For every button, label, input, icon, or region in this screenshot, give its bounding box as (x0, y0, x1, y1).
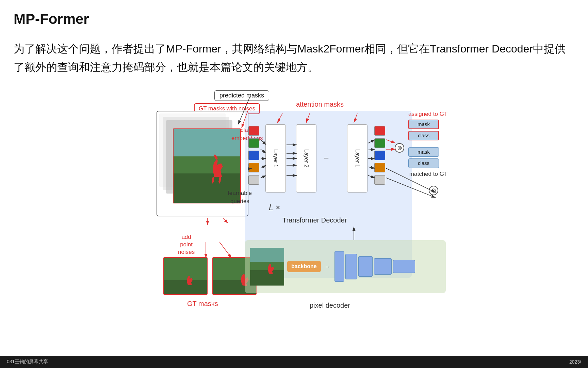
output-column (374, 126, 385, 185)
cross-circle-matched: ⊗ (429, 186, 438, 195)
query-block-red (248, 126, 259, 136)
output-block-gray (374, 175, 385, 185)
backbone-label: backbone (287, 261, 321, 272)
add-noises-label: add point noises (178, 233, 195, 256)
feature-map-4 (374, 258, 392, 275)
page-title: MP-Former (14, 11, 574, 27)
pixel-decoder-area: backbone → (245, 240, 446, 293)
feature-maps (334, 251, 415, 282)
description-text: 为了解决这个问题，作者提出了MP-Former，其网络结构与Mask2Forme… (14, 40, 574, 77)
queries-column (248, 126, 259, 185)
pixel-decoder-label: pixel decoder (310, 302, 350, 309)
matched-mask-box: mask (408, 147, 439, 157)
attention-masks-label: attention masks (296, 101, 344, 108)
learnable-queries-label: learnable queries (228, 189, 252, 205)
matched-class-box: class (408, 158, 439, 168)
bottom-right-text: 2023/ (569, 359, 581, 365)
output-block-red (374, 126, 385, 136)
svg-rect-2 (174, 129, 241, 156)
transformer-decoder-label: Transformer Decoder (282, 216, 347, 224)
query-block-gray (248, 175, 259, 185)
svg-rect-4 (164, 280, 208, 295)
feature-map-1 (334, 251, 344, 282)
svg-line-37 (223, 218, 228, 223)
query-block-orange (248, 163, 259, 172)
feature-map-2 (345, 254, 357, 279)
output-block-orange (374, 163, 385, 172)
predicted-masks-label: predicted masks (214, 90, 269, 101)
assigned-label: assigned to GT mask class mask class mat… (408, 111, 447, 178)
output-block-blue (374, 151, 385, 160)
svg-rect-8 (250, 270, 284, 286)
query-block-blue (248, 151, 259, 160)
output-block-green (374, 138, 385, 148)
layer-l: Layer L (347, 124, 368, 193)
diagram-area: predicted masks GT masks with noises (14, 90, 575, 302)
svg-line-35 (219, 242, 231, 258)
gt-mask-image-1 (163, 257, 208, 295)
main-content: MP-Former 为了解决这个问题，作者提出了MP-Former，其网络结构与… (0, 0, 588, 302)
bottom-left-text: 031王钧的屏幕共享 (7, 359, 48, 365)
matched-label: matched to GT (408, 171, 447, 178)
lx-label: L × (269, 203, 280, 212)
backbone-input-image (250, 248, 284, 285)
feature-map-5 (393, 260, 415, 273)
assigned-mask-box: mask (408, 120, 439, 129)
cross-circle-assigned: ⊗ (395, 143, 404, 153)
svg-rect-9 (250, 248, 284, 262)
layer-2: Layer 2 (296, 124, 316, 193)
assigned-class-box: class (408, 131, 439, 140)
arrow-to-features: → (324, 263, 331, 271)
layer-dots: – (324, 153, 329, 162)
bottom-bar: 031王钧的屏幕共享 2023/ (0, 356, 588, 368)
query-block-green (248, 138, 259, 148)
gt-masks-label: GT masks (187, 300, 218, 308)
layer-1: Layer 1 (265, 124, 286, 193)
feature-map-3 (358, 256, 373, 277)
